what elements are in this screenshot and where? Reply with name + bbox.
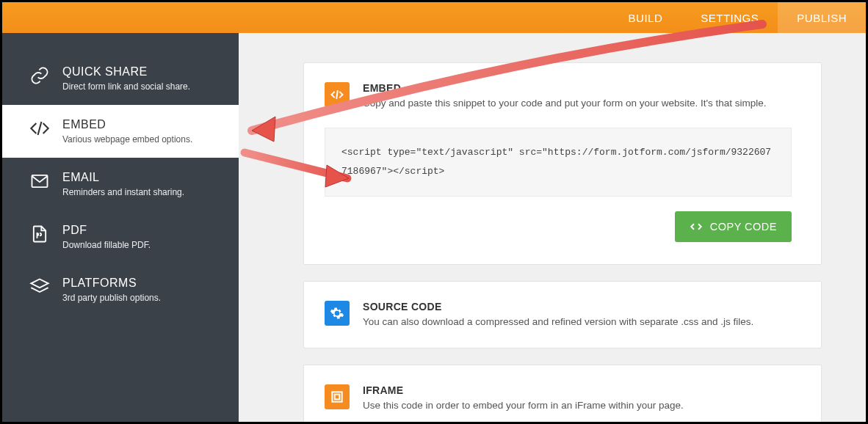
sidebar-item-sub: Reminders and instant sharing. — [62, 187, 184, 197]
card-title: SOURCE CODE — [363, 301, 753, 312]
copy-code-label: COPY CODE — [710, 221, 777, 233]
tab-settings[interactable]: SETTINGS — [681, 2, 778, 33]
embed-card: EMBED Copy and paste this snippet to you… — [303, 62, 822, 265]
sidebar-item-pdf[interactable]: PDF Download fillable PDF. — [2, 211, 239, 263]
svg-line-0 — [38, 122, 42, 135]
gear-icon — [325, 301, 350, 326]
svg-rect-4 — [332, 392, 341, 402]
tab-publish[interactable]: PUBLISH — [778, 2, 866, 33]
embed-code-box[interactable]: <script type="text/javascript" src="http… — [325, 128, 792, 197]
card-desc: Copy and paste this snippet to your code… — [363, 97, 767, 110]
layers-icon — [27, 277, 52, 297]
sidebar-item-label: EMBED — [62, 118, 192, 131]
svg-line-3 — [336, 90, 338, 99]
content-area: EMBED Copy and paste this snippet to you… — [239, 33, 866, 422]
sidebar-item-label: PLATFORMS — [62, 277, 161, 290]
pdf-icon — [27, 224, 52, 244]
card-desc: You can also download a compressed and r… — [363, 315, 753, 329]
card-title: IFRAME — [363, 384, 684, 396]
code-icon — [690, 220, 703, 233]
publish-sidebar: QUICK SHARE Direct form link and social … — [2, 33, 239, 422]
card-desc: Use this code in order to embed your for… — [363, 399, 684, 412]
frame-icon — [325, 384, 350, 409]
sidebar-item-label: PDF — [62, 224, 151, 237]
iframe-card[interactable]: IFRAME Use this code in order to embed y… — [303, 365, 822, 422]
card-title: EMBED — [363, 82, 767, 94]
code-icon — [27, 118, 52, 139]
sidebar-item-embed[interactable]: EMBED Various webpage embed options. — [2, 105, 239, 158]
tab-build[interactable]: BUILD — [610, 2, 682, 33]
sidebar-item-label: QUICK SHARE — [62, 65, 190, 78]
source-code-card[interactable]: SOURCE CODE You can also download a comp… — [303, 281, 822, 348]
mail-icon — [27, 171, 52, 191]
sidebar-item-label: EMAIL — [62, 171, 184, 184]
copy-code-button[interactable]: COPY CODE — [675, 211, 792, 242]
top-nav: BUILD SETTINGS PUBLISH — [2, 2, 866, 33]
sidebar-item-email[interactable]: EMAIL Reminders and instant sharing. — [2, 158, 239, 211]
sidebar-item-sub: Various webpage embed options. — [62, 134, 192, 145]
code-icon — [325, 82, 350, 107]
sidebar-item-quick-share[interactable]: QUICK SHARE Direct form link and social … — [2, 52, 239, 105]
sidebar-item-sub: Download fillable PDF. — [62, 240, 151, 250]
svg-rect-5 — [335, 395, 340, 400]
sidebar-item-platforms[interactable]: PLATFORMS 3rd party publish options. — [2, 263, 239, 316]
svg-marker-2 — [31, 279, 48, 288]
link-icon — [27, 65, 52, 86]
sidebar-item-sub: 3rd party publish options. — [62, 293, 161, 303]
sidebar-item-sub: Direct form link and social share. — [62, 81, 190, 92]
